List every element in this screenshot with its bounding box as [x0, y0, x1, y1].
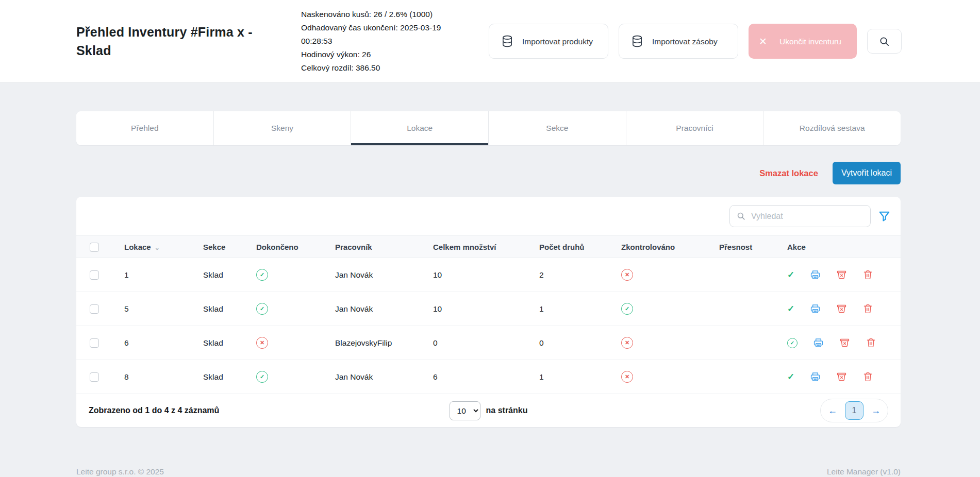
print-button[interactable]: [810, 303, 821, 314]
delete-button[interactable]: [862, 269, 873, 280]
printer-icon: [813, 337, 824, 348]
page-title: Přehled Inventury #Firma x - Sklad: [76, 23, 258, 60]
create-location-button[interactable]: Vytvořit lokaci: [833, 162, 901, 184]
delete-locations-button[interactable]: Smazat lokace: [759, 168, 818, 178]
filter-button[interactable]: [878, 210, 891, 223]
tab-prehled[interactable]: Přehled: [76, 111, 214, 145]
row-checkbox[interactable]: [90, 372, 99, 382]
column-header-sekce[interactable]: Sekce: [203, 236, 256, 258]
tab-pracovnici[interactable]: Pracovníci: [626, 111, 764, 145]
print-button[interactable]: [810, 269, 821, 280]
cell-celkem-mnozstvi: 10: [433, 258, 539, 292]
print-button[interactable]: [813, 337, 824, 348]
tab-skeny[interactable]: Skeny: [214, 111, 352, 145]
row-actions: ✓: [787, 371, 901, 382]
row-checkbox[interactable]: [90, 338, 99, 348]
cell-lokace: 1: [124, 258, 203, 292]
trash-icon: [866, 337, 876, 348]
sort-chevron-icon: ⌄: [155, 244, 160, 251]
column-header-akce[interactable]: Akce: [787, 236, 901, 258]
page-footer: Leite group s.r.o. © 2025 Leite Manager …: [76, 467, 901, 476]
page-size-select[interactable]: 10: [450, 401, 480, 420]
check-icon: ✓: [787, 269, 794, 280]
row-checkbox[interactable]: [90, 304, 99, 314]
delete-button[interactable]: [862, 371, 873, 382]
box-cross-icon: [836, 303, 847, 314]
print-button[interactable]: [810, 371, 821, 382]
import-products-button[interactable]: Importovat produkty: [489, 24, 608, 59]
cell-presnost: [719, 360, 787, 394]
cell-sekce: Sklad: [203, 326, 256, 360]
import-products-label: Importovat produkty: [522, 36, 593, 47]
column-header-dokonceno[interactable]: Dokončeno: [256, 236, 335, 258]
cell-celkem-mnozstvi: 6: [433, 360, 539, 394]
cell-sekce: Sklad: [203, 292, 256, 326]
check-icon: ✓: [787, 303, 794, 314]
current-page-button[interactable]: 1: [845, 401, 863, 420]
global-search-button[interactable]: [867, 29, 902, 54]
column-header-pocet-druhu[interactable]: Počet druhů: [539, 236, 621, 258]
next-page-button[interactable]: →: [871, 406, 881, 415]
delete-button[interactable]: [862, 303, 873, 314]
table-row: 6 Sklad BlazejovskyFilip 0 0 ✓: [76, 326, 901, 360]
check-icon: ✓: [787, 338, 798, 348]
tab-sekce[interactable]: Sekce: [489, 111, 626, 145]
pagination: ← 1 →: [527, 399, 888, 422]
row-actions: ✓: [787, 337, 901, 348]
approve-button[interactable]: ✓: [787, 338, 798, 348]
select-all-checkbox[interactable]: [90, 243, 99, 252]
column-header-celkem-mnozstvi[interactable]: Celkem množství: [433, 236, 539, 258]
column-header-lokace[interactable]: Lokace⌄: [124, 236, 203, 258]
clear-location-button[interactable]: [836, 371, 847, 382]
cell-pracovnik: Jan Novák: [335, 292, 433, 326]
approve-button[interactable]: ✓: [787, 371, 794, 382]
column-header-pracovnik[interactable]: Pracovník: [335, 236, 433, 258]
tab-bar: Přehled Skeny Lokace Sekce Pracovníci Ro…: [76, 111, 901, 145]
row-actions: ✓: [787, 269, 901, 280]
top-bar: Přehled Inventury #Firma x - Sklad Naske…: [0, 0, 980, 83]
locations-card: Lokace⌄ Sekce Dokončeno Pracovník Celkem…: [76, 197, 901, 427]
row-checkbox[interactable]: [90, 270, 99, 280]
prev-page-button[interactable]: ←: [828, 406, 837, 415]
per-page-control: 10 na stránku: [450, 401, 528, 420]
cell-pocet-druhu: 1: [539, 360, 621, 394]
table-row: 5 Sklad Jan Novák 10 1 ✓: [76, 292, 901, 326]
stat-total-difference: Celkový rozdíl: 386.50: [301, 61, 456, 75]
database-icon: [501, 35, 514, 48]
cell-pocet-druhu: 1: [539, 292, 621, 326]
trash-icon: [862, 269, 873, 280]
dokonceno-status-icon: [256, 303, 268, 315]
clear-location-button[interactable]: [836, 303, 847, 314]
locations-table: Lokace⌄ Sekce Dokončeno Pracovník Celkem…: [76, 235, 901, 394]
approve-button[interactable]: ✓: [787, 303, 794, 314]
box-cross-icon: [836, 371, 847, 382]
tab-rozdilova-sestava[interactable]: Rozdílová sestava: [763, 111, 901, 145]
stat-estimated-finish: Odhadovaný čas ukončení: 2025-03-19: [301, 21, 456, 35]
approve-button[interactable]: ✓: [787, 269, 794, 280]
cell-lokace: 6: [124, 326, 203, 360]
column-header-presnost[interactable]: Přesnost: [719, 236, 787, 258]
cell-lokace: 5: [124, 292, 203, 326]
column-header-zkontrolovano[interactable]: Zkontrolováno: [621, 236, 719, 258]
delete-button[interactable]: [866, 337, 876, 348]
table-toolbar: [76, 197, 901, 235]
import-stock-label: Importovat zásoby: [652, 36, 718, 47]
cell-pocet-druhu: 2: [539, 258, 621, 292]
cell-presnost: [719, 258, 787, 292]
clear-location-button[interactable]: [836, 269, 847, 280]
cell-celkem-mnozstvi: 0: [433, 326, 539, 360]
cell-presnost: [719, 326, 787, 360]
search-icon: [736, 211, 746, 221]
table-search-box: [729, 205, 871, 227]
box-cross-icon: [839, 337, 850, 348]
printer-icon: [810, 269, 821, 280]
arrow-left-icon: ←: [828, 405, 837, 416]
finish-inventory-button[interactable]: ✕ Ukončit inventuru: [749, 24, 857, 59]
import-stock-button[interactable]: Importovat zásoby: [619, 24, 738, 59]
table-search-input[interactable]: [751, 212, 864, 221]
clear-location-button[interactable]: [839, 337, 850, 348]
box-cross-icon: [836, 269, 847, 280]
filter-funnel-icon: [878, 210, 891, 223]
cell-sekce: Sklad: [203, 258, 256, 292]
tab-lokace[interactable]: Lokace: [351, 111, 489, 145]
